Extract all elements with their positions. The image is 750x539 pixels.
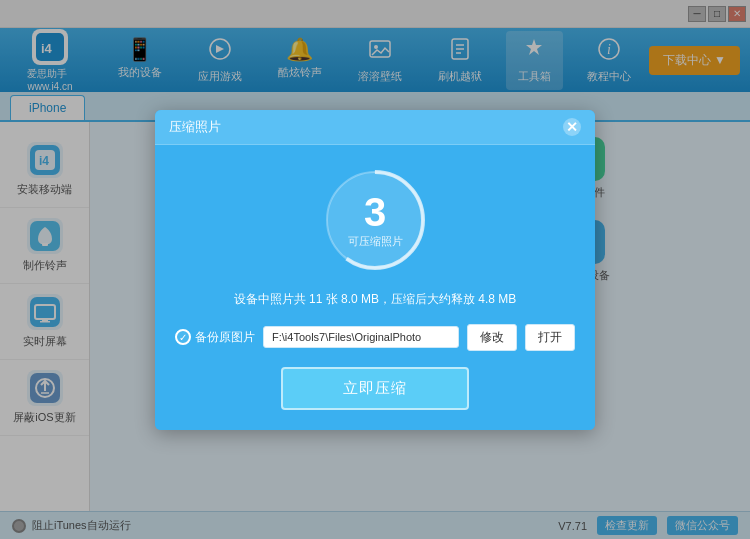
modal-path-row: ✓ 备份原图片 修改 打开 [175,324,575,351]
modal-title: 压缩照片 [169,118,221,136]
modal-header: 压缩照片 ✕ [155,110,595,145]
modal-close-button[interactable]: ✕ [563,118,581,136]
open-button[interactable]: 打开 [525,324,575,351]
modal: 压缩照片 ✕ 3 可压缩照片 设备中照片共 11 张 8.0 MB，压缩后大约释… [155,110,595,430]
modal-overlay: 压缩照片 ✕ 3 可压缩照片 设备中照片共 11 张 8.0 MB，压缩后大约释… [0,0,750,539]
compress-button[interactable]: 立即压缩 [281,367,469,410]
modal-body: 3 可压缩照片 设备中照片共 11 张 8.0 MB，压缩后大约释放 4.8 M… [155,145,595,430]
check-icon: ✓ [175,329,191,345]
modal-path-label: ✓ 备份原图片 [175,329,255,346]
circle-label: 可压缩照片 [348,233,403,248]
modal-info: 设备中照片共 11 张 8.0 MB，压缩后大约释放 4.8 MB [234,291,517,308]
modify-button[interactable]: 修改 [467,324,517,351]
modal-path-input[interactable] [263,326,459,348]
circle-container: 3 可压缩照片 [320,165,430,275]
circle-inner: 3 可压缩照片 [348,191,403,248]
circle-number: 3 [348,191,403,231]
